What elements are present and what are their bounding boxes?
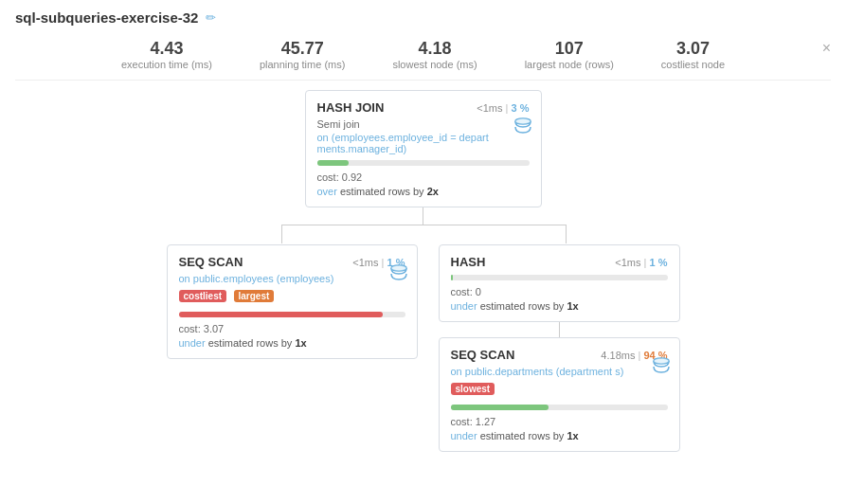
hash-join-node[interactable]: HASH JOIN <1ms | 3 % Semi join on (emplo… bbox=[305, 90, 542, 207]
stat-label-costliest: costliest node bbox=[661, 59, 725, 70]
hash-join-db-icon bbox=[514, 117, 531, 143]
children-row: SEQ SCAN <1ms | 1 % on public.employees … bbox=[167, 244, 680, 452]
hash-node[interactable]: HASH <1ms | 1 % cost: 0 under estimate bbox=[439, 244, 680, 322]
stat-label-execution: execution time (ms) bbox=[121, 59, 212, 70]
seq-scan-left-name: SEQ SCAN bbox=[179, 255, 243, 269]
page-header: sql-subqueries-exercise-32 ✏ bbox=[15, 9, 831, 26]
hash-join-name: HASH JOIN bbox=[317, 100, 385, 115]
stat-largest-node: 107 largest node (rows) bbox=[525, 39, 614, 70]
stat-value-planning: 45.77 bbox=[260, 39, 345, 59]
hash-progress-fill bbox=[451, 275, 453, 280]
close-button[interactable]: × bbox=[822, 41, 831, 56]
seq-scan-right-header: SEQ SCAN 4.18ms | 94 % bbox=[451, 348, 668, 362]
stat-value-costliest: 3.07 bbox=[661, 39, 725, 59]
badge-costliest: costliest bbox=[179, 290, 227, 302]
branch-right-vert bbox=[566, 225, 567, 243]
seq-scan-right-table: on public.departments (department s) bbox=[451, 366, 668, 377]
badge-slowest: slowest bbox=[451, 383, 495, 395]
stat-value-slowest: 4.18 bbox=[392, 39, 477, 59]
hash-progress-bg bbox=[451, 275, 668, 280]
stat-value-execution: 4.43 bbox=[121, 39, 212, 59]
page-wrapper: sql-subqueries-exercise-32 ✏ 4.43 execut… bbox=[0, 0, 846, 504]
branch-h-line bbox=[281, 225, 566, 225]
seq-scan-left-node[interactable]: SEQ SCAN <1ms | 1 % on public.employees … bbox=[167, 244, 418, 359]
hash-join-join-type: Semi join bbox=[317, 118, 530, 130]
edit-icon[interactable]: ✏ bbox=[206, 10, 216, 25]
query-plan-tree: HASH JOIN <1ms | 3 % Semi join on (emplo… bbox=[15, 90, 831, 452]
seq-scan-left-table: on public.employees (employees) bbox=[179, 273, 405, 284]
hash-join-cost: cost: 0.92 bbox=[317, 171, 530, 183]
stat-label-largest: largest node (rows) bbox=[525, 59, 614, 70]
hash-estimate: under estimated rows by 1x bbox=[451, 300, 668, 312]
svg-point-3 bbox=[391, 265, 406, 271]
hash-join-progress-fill bbox=[317, 160, 350, 166]
hash-timing: <1ms | 1 % bbox=[615, 257, 667, 268]
seq-scan-right-node[interactable]: SEQ SCAN 4.18ms | 94 % on public.departm… bbox=[439, 337, 680, 452]
right-child-col: HASH <1ms | 1 % cost: 0 under estimate bbox=[439, 244, 680, 452]
svg-point-5 bbox=[654, 358, 669, 364]
svg-point-1 bbox=[515, 118, 531, 124]
seq-scan-left-progress-bg bbox=[179, 312, 405, 317]
seq-scan-left-cost: cost: 3.07 bbox=[179, 323, 405, 334]
hash-name: HASH bbox=[451, 255, 486, 269]
stats-bar: 4.43 execution time (ms) 45.77 planning … bbox=[15, 39, 831, 81]
seq-scan-left-header: SEQ SCAN <1ms | 1 % bbox=[179, 255, 405, 269]
stat-slowest-node: 4.18 slowest node (ms) bbox=[392, 39, 477, 70]
hash-join-timing: <1ms | 3 % bbox=[477, 102, 529, 114]
seq-scan-right-badges: slowest bbox=[451, 379, 668, 399]
page-title: sql-subqueries-exercise-32 bbox=[15, 9, 198, 26]
hash-join-estimate: over estimated rows by 2x bbox=[317, 186, 530, 197]
seq-scan-left-estimate: under estimated rows by 1x bbox=[179, 337, 405, 349]
seq-scan-right-name: SEQ SCAN bbox=[451, 348, 515, 362]
seq-scan-left-db-icon bbox=[390, 264, 407, 290]
badge-largest: largest bbox=[234, 290, 275, 302]
branch-line-container bbox=[153, 225, 693, 225]
seq-scan-right-progress-bg bbox=[451, 405, 668, 410]
hash-join-condition: on (employees.employee_id = depart ments… bbox=[317, 132, 530, 154]
stat-value-largest: 107 bbox=[525, 39, 614, 59]
seq-scan-right-cost: cost: 1.27 bbox=[451, 416, 668, 427]
hash-header: HASH <1ms | 1 % bbox=[451, 255, 668, 269]
seq-scan-left-badges: costliest largest bbox=[179, 286, 405, 306]
seq-scan-left-progress-fill bbox=[179, 312, 383, 317]
stat-execution-time: 4.43 execution time (ms) bbox=[121, 39, 212, 70]
stat-label-planning: planning time (ms) bbox=[260, 59, 345, 70]
hash-join-progress-bg bbox=[317, 160, 530, 166]
stat-label-slowest: slowest node (ms) bbox=[392, 59, 477, 70]
seq-scan-right-estimate: under estimated rows by 1x bbox=[451, 430, 668, 441]
stat-costliest-node: 3.07 costliest node bbox=[661, 39, 725, 70]
seq-scan-right-progress-fill bbox=[451, 405, 549, 410]
hash-join-header: HASH JOIN <1ms | 3 % bbox=[317, 100, 530, 115]
left-child-col: SEQ SCAN <1ms | 1 % on public.employees … bbox=[167, 244, 418, 359]
stat-planning-time: 45.77 planning time (ms) bbox=[260, 39, 345, 70]
hash-cost: cost: 0 bbox=[451, 286, 668, 297]
seq-scan-right-db-icon bbox=[653, 357, 670, 383]
connector-hashjoin-to-branch bbox=[423, 207, 423, 225]
connector-hash-to-seqscan bbox=[559, 322, 560, 337]
branch-left-vert bbox=[281, 225, 282, 243]
